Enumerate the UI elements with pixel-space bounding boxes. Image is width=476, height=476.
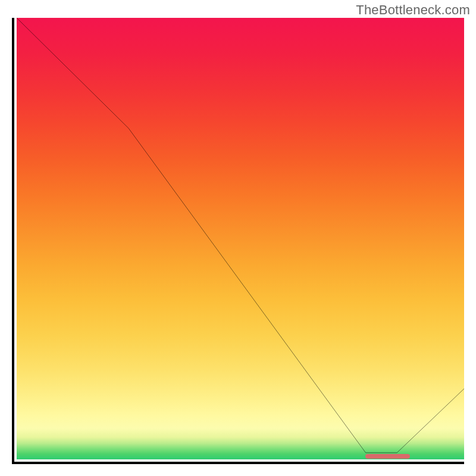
bottleneck-curve (17, 18, 464, 453)
watermark-text: TheBottleneck.com (356, 2, 470, 18)
optimum-marker (365, 454, 411, 459)
chart-container: TheBottleneck.com (0, 0, 476, 476)
curve-svg (17, 18, 464, 459)
plot-area (12, 18, 464, 464)
